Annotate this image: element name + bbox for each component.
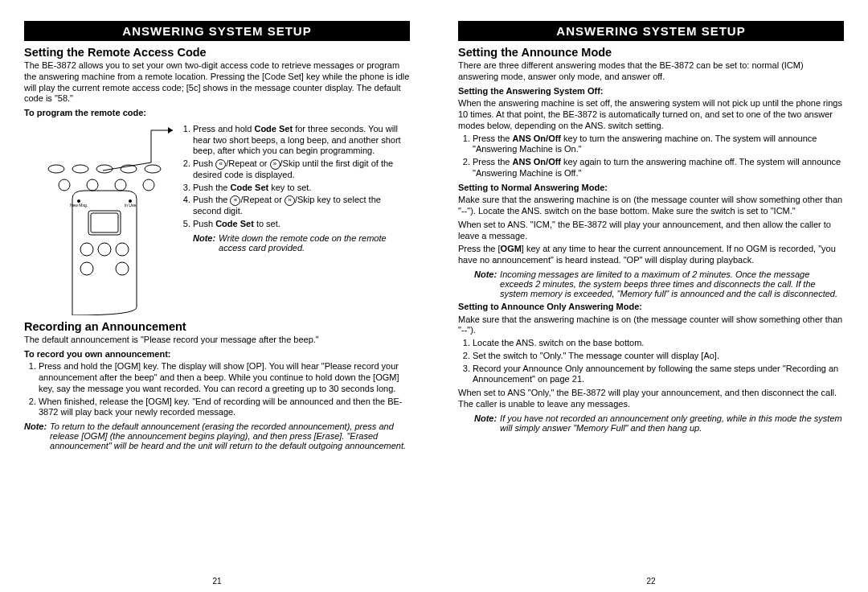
step-3: Push the Code Set key to set.	[193, 183, 410, 194]
svg-point-22	[77, 199, 80, 203]
ao-step-1: Locate the ANS. switch on the base botto…	[473, 338, 844, 349]
remote-steps: Press and hold Code Set for three second…	[177, 122, 410, 256]
para-remote: The BE-3872 allows you to set your own t…	[24, 60, 410, 105]
note-text: To return to the default announcement (e…	[50, 421, 410, 450]
svg-point-4	[48, 165, 64, 173]
step-2: Push «/Repeat or »/Skip until the first …	[193, 158, 410, 181]
svg-point-18	[80, 262, 93, 275]
rewind-icon: «	[215, 159, 226, 170]
para-normal-2: When set to ANS. "ICM," the BE-3872 will…	[458, 220, 844, 242]
note-text: Incoming messages are limited to a maxim…	[500, 269, 844, 298]
forward-icon: »	[285, 195, 295, 206]
subhead-record: To record you own announcement:	[24, 349, 410, 360]
page-number: 22	[646, 577, 655, 586]
svg-text:New Msg.: New Msg.	[70, 203, 88, 208]
forward-icon: »	[270, 159, 280, 170]
page-number: 21	[212, 577, 221, 586]
note-label: Note:	[24, 421, 47, 450]
svg-point-12	[143, 179, 154, 191]
off-step-1: Press the ANS On/Off key to turn the ans…	[473, 134, 844, 156]
svg-point-17	[116, 243, 129, 256]
para-off: When the answering machine is set off, t…	[458, 98, 844, 131]
ao-step-2: Set the switch to "Only." The message co…	[473, 351, 844, 362]
para-ao: Make sure that the answering machine is …	[458, 314, 844, 337]
record-step-1: Press and hold the [OGM] key. The displa…	[39, 361, 410, 394]
para-ao-2: When set to ANS "Only," the BE-3872 will…	[458, 388, 844, 410]
step-4: Push the «/Repeat or »/Skip key to selec…	[193, 195, 410, 217]
svg-text:In Use: In Use	[125, 203, 137, 208]
heading-announce: Setting the Announce Mode	[458, 46, 844, 59]
svg-point-9	[59, 179, 70, 191]
para-recording: The default announcement is "Please reco…	[24, 335, 410, 346]
subhead-normal: Setting to Normal Answering Mode:	[458, 183, 844, 194]
note-label: Note:	[474, 413, 497, 433]
section-banner: ANSWERING SYSTEM SETUP	[458, 21, 844, 41]
off-step-2: Press the ANS On/Off key again to turn t…	[473, 157, 844, 179]
step-5: Push Code Set to set.	[193, 219, 410, 230]
svg-point-16	[98, 243, 111, 256]
heading-remote: Setting the Remote Access Code	[24, 46, 410, 59]
para-announce: There are three different answering mode…	[458, 60, 844, 83]
subhead-program: To program the remote code:	[24, 108, 410, 119]
step-1: Press and hold Code Set for three second…	[193, 124, 410, 157]
note-text: If you have not recorded an announcement…	[500, 413, 844, 433]
svg-line-3	[103, 162, 151, 171]
device-diagram: New Msg. In Use	[24, 122, 177, 315]
svg-point-23	[129, 199, 132, 203]
svg-rect-14	[91, 213, 118, 232]
para-normal-1: Make sure that the answering machine is …	[458, 195, 844, 217]
note-label: Note:	[193, 233, 215, 253]
note-text: Write down the remote code on the remote…	[219, 233, 410, 253]
heading-recording: Recording an Announcement	[24, 320, 410, 333]
para-normal-3: Press the [OGM] key at any time to hear …	[458, 244, 844, 266]
page-right: ANSWERING SYSTEM SETUP Setting the Annou…	[434, 0, 868, 592]
rewind-icon: «	[230, 195, 240, 206]
svg-point-11	[115, 179, 126, 191]
svg-point-8	[145, 165, 161, 173]
ao-step-3: Record your Announce Only announcement b…	[473, 364, 844, 386]
section-banner: ANSWERING SYSTEM SETUP	[24, 21, 410, 41]
svg-point-10	[87, 179, 98, 191]
svg-point-19	[116, 262, 129, 275]
svg-marker-1	[168, 127, 173, 134]
svg-rect-13	[88, 211, 121, 235]
svg-point-5	[72, 165, 88, 173]
note-label: Note:	[474, 269, 497, 298]
subhead-announce-only: Setting to Announce Only Answering Mode:	[458, 302, 844, 313]
subhead-off: Setting the Answering System Off:	[458, 86, 844, 97]
page-left: ANSWERING SYSTEM SETUP Setting the Remot…	[0, 0, 434, 592]
svg-point-15	[80, 243, 93, 256]
record-step-2: When finished, release the [OGM] key. "E…	[39, 397, 410, 419]
